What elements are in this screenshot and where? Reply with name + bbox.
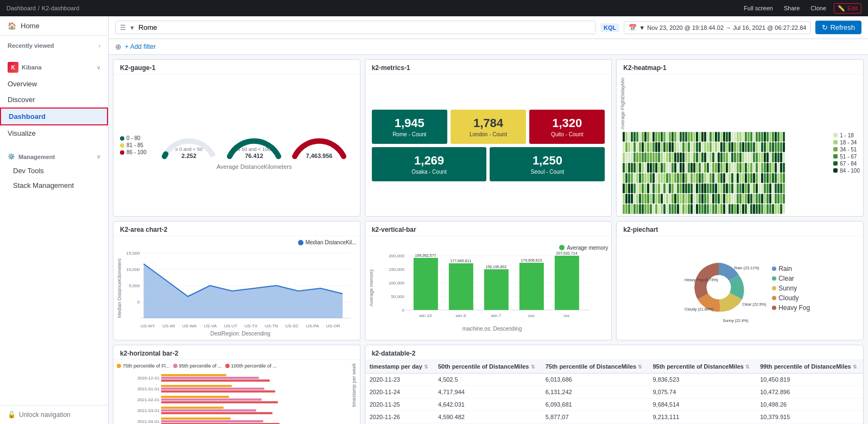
sidebar-item-dashboard[interactable]: Dashboard bbox=[0, 107, 108, 125]
svg-rect-231 bbox=[699, 153, 701, 162]
recently-viewed-header[interactable]: Recently viewed › bbox=[0, 39, 108, 52]
sidebar-home[interactable]: 🏠 Home bbox=[0, 16, 108, 36]
svg-rect-212 bbox=[690, 204, 693, 214]
hbar-chart-svg: 2020-12-01 2021-01-01 2021-02-01 2021-03… bbox=[117, 371, 349, 424]
col-95th[interactable]: 95th percentile of DistanceMiles ⇅ bbox=[648, 360, 756, 374]
unlock-navigation-button[interactable]: 🔓 Unlock navigation bbox=[0, 405, 108, 424]
clone-button[interactable]: Clone bbox=[807, 4, 829, 12]
col-50th[interactable]: 50th percentile of DistanceMiles ⇅ bbox=[434, 360, 541, 374]
svg-rect-146 bbox=[669, 183, 671, 193]
sidebar-item-discover[interactable]: Discover bbox=[0, 92, 108, 107]
svg-rect-104 bbox=[655, 163, 657, 173]
svg-rect-185 bbox=[682, 173, 685, 183]
col-75th[interactable]: 75th percentile of DistanceMiles ⇅ bbox=[541, 360, 649, 374]
sidebar-item-overview[interactable]: Overview bbox=[0, 76, 108, 92]
svg-rect-453 bbox=[775, 132, 777, 142]
vbar-legend-dot bbox=[559, 245, 565, 250]
svg-rect-26 bbox=[628, 183, 630, 193]
svg-rect-250 bbox=[704, 183, 706, 193]
search-input-wrap[interactable]: ☰ ▼ bbox=[115, 21, 596, 34]
sidebar: 🏠 Home Recently viewed › K Kibana ∨ Over… bbox=[0, 16, 109, 424]
legend-dot-red bbox=[120, 150, 124, 155]
svg-rect-469 bbox=[780, 132, 782, 142]
svg-rect-277 bbox=[715, 132, 717, 142]
svg-rect-311 bbox=[726, 153, 728, 162]
fullscreen-button[interactable]: Full screen bbox=[740, 4, 776, 12]
kibana-section-header[interactable]: K Kibana ∨ bbox=[0, 59, 108, 76]
svg-rect-394 bbox=[753, 183, 755, 193]
svg-rect-83 bbox=[647, 194, 649, 204]
svg-rect-341 bbox=[737, 132, 739, 142]
svg-rect-510 bbox=[519, 263, 543, 310]
svg-rect-357 bbox=[742, 132, 744, 142]
sidebar-item-visualize[interactable]: Visualize bbox=[0, 125, 108, 141]
breadcrumb-dashboard[interactable]: Dashboard bbox=[7, 5, 36, 11]
search-input[interactable] bbox=[138, 23, 591, 31]
svg-rect-274 bbox=[712, 183, 714, 193]
edit-button[interactable]: ✏️ Edit bbox=[834, 3, 861, 14]
col-99th[interactable]: 99th percentile of DistanceMiles ⇅ bbox=[756, 360, 863, 374]
svg-rect-234 bbox=[699, 183, 701, 193]
svg-rect-214 bbox=[693, 142, 695, 152]
svg-rect-120 bbox=[661, 163, 663, 173]
pie-legend-sunny: Sunny bbox=[772, 284, 810, 292]
svg-rect-343 bbox=[737, 153, 739, 162]
svg-rect-147 bbox=[669, 194, 671, 204]
verticalbar-panel: k2-vertical-bar Average memory Average m… bbox=[365, 221, 612, 340]
legend-dot-green bbox=[120, 136, 124, 141]
svg-rect-48 bbox=[636, 163, 638, 173]
gauge1-legend: 0 - 80 81 - 85 86 - 100 bbox=[120, 135, 147, 155]
svg-rect-82 bbox=[647, 183, 649, 193]
svg-rect-407 bbox=[758, 153, 761, 162]
kql-badge[interactable]: KQL bbox=[600, 23, 619, 32]
svg-rect-236 bbox=[699, 204, 701, 214]
svg-rect-237 bbox=[701, 132, 704, 142]
management-header[interactable]: ⚙️ Management ∨ bbox=[0, 150, 108, 163]
svg-rect-74 bbox=[644, 183, 647, 193]
col-timestamp[interactable]: timestamp per day ⇅ bbox=[365, 360, 434, 374]
management-section: ⚙️ Management ∨ Dev Tools Stack Manageme… bbox=[0, 144, 108, 196]
svg-rect-204 bbox=[688, 204, 690, 214]
share-button[interactable]: Share bbox=[781, 4, 803, 12]
svg-rect-356 bbox=[739, 204, 742, 214]
sidebar-item-dev-tools[interactable]: Dev Tools bbox=[0, 163, 108, 178]
svg-text:10,000: 10,000 bbox=[126, 267, 140, 272]
svg-rect-49 bbox=[636, 173, 638, 183]
svg-text:Rain (23.11%): Rain (23.11%) bbox=[734, 265, 759, 270]
svg-rect-480 bbox=[783, 163, 785, 173]
svg-rect-59 bbox=[639, 194, 641, 204]
pie-legend-clear: Clear bbox=[772, 275, 810, 282]
datatable2-table: timestamp per day ⇅ 50th percentile of D… bbox=[365, 360, 863, 424]
svg-rect-117 bbox=[661, 132, 663, 142]
svg-rect-337 bbox=[734, 173, 736, 183]
svg-rect-240 bbox=[701, 163, 704, 173]
svg-rect-425 bbox=[764, 173, 766, 183]
gauge-svg-2: 7,463.956 bbox=[289, 121, 349, 159]
svg-rect-196 bbox=[685, 204, 687, 214]
svg-rect-533 bbox=[161, 374, 226, 376]
svg-rect-401 bbox=[756, 173, 758, 183]
svg-rect-467 bbox=[777, 194, 780, 204]
svg-rect-96 bbox=[652, 163, 655, 173]
svg-text:15,000: 15,000 bbox=[126, 251, 140, 256]
svg-rect-416 bbox=[761, 163, 763, 173]
svg-rect-376 bbox=[747, 163, 750, 173]
svg-rect-441 bbox=[769, 173, 771, 183]
metrics1-panel: k2-metrics-1 1,945 Rome - Count 1,784 Lo… bbox=[365, 59, 612, 217]
refresh-button[interactable]: ↻ Refresh bbox=[815, 21, 861, 34]
time-range-picker[interactable]: 📅 ▼ Nov 23, 2020 @ 19:18:44.02 → Jul 16,… bbox=[624, 21, 811, 34]
svg-rect-344 bbox=[737, 163, 739, 173]
sidebar-item-stack-management[interactable]: Stack Management bbox=[0, 178, 108, 193]
svg-rect-366 bbox=[745, 142, 747, 152]
svg-rect-70 bbox=[644, 142, 647, 152]
svg-rect-455 bbox=[775, 153, 777, 162]
svg-rect-93 bbox=[652, 132, 655, 142]
add-filter-button[interactable]: + Add filter bbox=[125, 43, 156, 50]
svg-rect-256 bbox=[707, 163, 709, 173]
area-chart-svg: 15,000 10,000 5,000 0 bbox=[124, 248, 357, 324]
svg-rect-43 bbox=[633, 194, 636, 204]
svg-rect-162 bbox=[674, 183, 676, 193]
svg-rect-400 bbox=[756, 163, 758, 173]
svg-rect-164 bbox=[674, 204, 676, 214]
svg-rect-426 bbox=[764, 183, 766, 193]
